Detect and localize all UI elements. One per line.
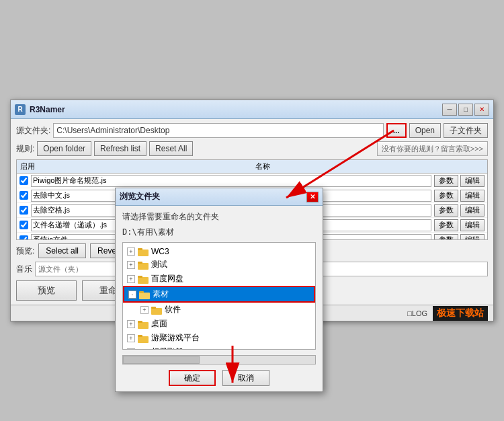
tree-item-baidu[interactable]: + 百度网盘 xyxy=(123,272,315,286)
tree-item-sucai[interactable]: - 素材 xyxy=(123,286,315,303)
rule-1-name[interactable] xyxy=(31,175,431,187)
source-folder-label: 源文件夹: xyxy=(16,125,50,137)
rule-1-edit-btn[interactable]: 编辑 xyxy=(460,175,485,187)
svg-rect-15 xyxy=(138,349,142,350)
select-all-button[interactable]: Select all xyxy=(38,243,86,258)
expander-test[interactable]: + xyxy=(127,261,135,269)
log-label: □LOG xyxy=(407,309,427,317)
dialog-title-bar: 浏览文件夹 ✕ xyxy=(116,188,323,206)
no-rule-button[interactable]: 没有你要的规则？留言索取>>> xyxy=(377,141,488,156)
rule-2-edit-btn[interactable]: 编辑 xyxy=(460,190,485,202)
tree-label-test: 测试 xyxy=(151,259,167,270)
source-path-input[interactable] xyxy=(53,123,383,138)
svg-rect-2 xyxy=(138,263,149,270)
rule-2-param-btn[interactable]: 参数 xyxy=(434,190,458,202)
svg-rect-11 xyxy=(138,321,142,323)
rules-table-header: 启用 名称 xyxy=(17,160,487,174)
svg-rect-1 xyxy=(138,248,142,250)
svg-rect-8 xyxy=(151,308,162,315)
open-button[interactable]: Open xyxy=(409,123,441,138)
preview-label: 预览: xyxy=(16,245,34,257)
source-music-label: 音乐 xyxy=(16,264,32,275)
source-value-text: 源文件（夹） xyxy=(38,264,83,274)
svg-rect-12 xyxy=(138,336,149,343)
svg-rect-5 xyxy=(138,276,142,278)
rule-3-checkbox[interactable] xyxy=(19,206,28,215)
rule-4-edit-btn[interactable]: 编辑 xyxy=(460,219,485,231)
rule-5-edit-btn[interactable]: 编辑 xyxy=(460,234,485,241)
svg-rect-13 xyxy=(138,335,142,337)
tree-item-test[interactable]: + 测试 xyxy=(123,258,315,272)
reset-all-button[interactable]: Reset All xyxy=(149,141,193,156)
minimize-button[interactable]: ─ xyxy=(442,104,457,116)
tree-item-desktop[interactable]: + 桌面 xyxy=(123,317,315,331)
tree-item-album[interactable]: + 相册飞船 xyxy=(123,345,315,350)
expander-wc3[interactable]: + xyxy=(127,247,135,256)
tree-label-software: 软件 xyxy=(165,304,181,315)
dialog-close-button[interactable]: ✕ xyxy=(306,192,319,202)
window-controls: ─ □ ✕ xyxy=(442,104,489,116)
svg-rect-6 xyxy=(139,293,150,299)
tree-item-wc3[interactable]: + WC3 xyxy=(123,245,315,258)
expander-gamep[interactable]: + xyxy=(127,334,135,342)
rules-label: 规则: xyxy=(16,143,34,155)
app-title: R3Namer xyxy=(30,105,65,114)
expander-baidu[interactable]: + xyxy=(127,275,135,283)
cancel-button[interactable]: 取消 xyxy=(222,370,269,386)
svg-rect-0 xyxy=(138,250,149,256)
watermark: 极速下载站 xyxy=(433,306,488,321)
close-button[interactable]: ✕ xyxy=(474,104,489,116)
expander-software[interactable]: + xyxy=(140,306,149,314)
maximize-button[interactable]: □ xyxy=(458,104,473,116)
rule-5-checkbox[interactable] xyxy=(19,235,28,240)
tree-label-album: 相册飞船 xyxy=(151,346,183,350)
rule-5-param-btn[interactable]: 参数 xyxy=(434,234,458,241)
svg-rect-10 xyxy=(138,322,149,329)
open-folder-button[interactable]: Open folder xyxy=(37,141,91,156)
folder-tree[interactable]: + WC3 + xyxy=(122,242,316,350)
rule-4-param-btn[interactable]: 参数 xyxy=(434,219,458,231)
svg-rect-9 xyxy=(151,307,156,309)
svg-rect-4 xyxy=(138,277,149,284)
browse-button[interactable]: ... xyxy=(386,123,407,138)
dialog-path: D:\有用\素材 xyxy=(122,227,316,238)
tree-label-sucai: 素材 xyxy=(153,289,169,300)
svg-rect-7 xyxy=(139,291,144,293)
expander-sucai[interactable]: - xyxy=(128,291,136,299)
col-name-header: 名称 xyxy=(38,161,487,171)
confirm-button[interactable]: 确定 xyxy=(169,370,216,386)
expander-desktop[interactable]: + xyxy=(127,320,135,328)
dialog-instruction: 请选择需要重命名的文件夹 xyxy=(122,211,316,223)
rule-2-checkbox[interactable] xyxy=(19,191,28,200)
tree-label-gamep: 游聚游戏平台 xyxy=(151,332,200,344)
rule-3-edit-btn[interactable]: 编辑 xyxy=(460,204,485,217)
col-enable-header: 启用 xyxy=(17,161,38,171)
refresh-list-button[interactable]: Refresh list xyxy=(94,141,146,156)
tree-label-baidu: 百度网盘 xyxy=(151,273,183,284)
app-icon: R xyxy=(15,104,26,115)
rule-1-checkbox[interactable] xyxy=(19,176,28,185)
rule-3-param-btn[interactable]: 参数 xyxy=(434,204,458,217)
title-bar: R R3Namer ─ □ ✕ xyxy=(11,100,493,119)
dialog-title: 浏览文件夹 xyxy=(120,191,160,202)
tree-label-desktop: 桌面 xyxy=(151,318,167,330)
subdir-button[interactable]: 子文件夹 xyxy=(444,123,488,138)
tree-item-gamep[interactable]: + 游聚游戏平台 xyxy=(123,331,315,345)
rule-row-1: 参数 编辑 xyxy=(17,174,487,188)
rule-1-param-btn[interactable]: 参数 xyxy=(434,175,458,187)
rule-4-checkbox[interactable] xyxy=(19,221,28,229)
svg-rect-3 xyxy=(138,262,142,264)
hscroll-bar[interactable] xyxy=(122,355,316,365)
tree-item-software[interactable]: + 软件 xyxy=(123,303,315,317)
dialog-buttons: 确定 取消 xyxy=(122,370,316,386)
expander-album[interactable]: + xyxy=(127,348,135,350)
source-folder-row: 源文件夹: ... Open 子文件夹 xyxy=(16,123,488,138)
browse-folder-dialog: 浏览文件夹 ✕ 请选择需要重命名的文件夹 D:\有用\素材 + WC3 xyxy=(115,188,323,392)
preview-main-button[interactable]: 预览 xyxy=(16,280,77,301)
rules-control-row: 规则: Open folder Refresh list Reset All 没… xyxy=(16,141,488,156)
tree-label-wc3: WC3 xyxy=(151,247,169,256)
